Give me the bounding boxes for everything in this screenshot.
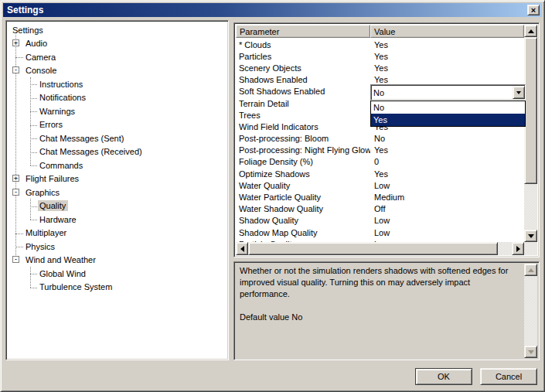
tree-connector [30, 111, 37, 112]
table-row[interactable]: Water Shadow QualityOff [236, 203, 524, 215]
param-cell: Trees [236, 111, 370, 120]
dropdown-option-no[interactable]: No [371, 101, 525, 114]
horizontal-scrollbar[interactable] [236, 242, 524, 255]
tree-connector [15, 57, 23, 58]
parameter-table: Parameter Value * CloudsYes ParticlesYes… [233, 22, 540, 257]
tree-connector [30, 152, 37, 153]
value-cell: Low [370, 181, 524, 190]
tree-item-settings[interactable]: Settings [6, 23, 228, 37]
tree-item-commands[interactable]: Commands [6, 159, 228, 172]
arrow-left-icon [240, 246, 244, 252]
value-cell: No [370, 134, 524, 143]
tree-connector [30, 220, 37, 220]
tree-connector [30, 274, 37, 274]
description-box: Whether or not the simulation renders sh… [233, 261, 540, 360]
ok-button[interactable]: OK [415, 368, 472, 385]
table-row[interactable]: Post-processing: Night Flying GlowYes [236, 145, 524, 156]
dropdown-option-yes[interactable]: Yes [371, 114, 525, 126]
tree-item-hardware[interactable]: Hardware [6, 213, 228, 227]
param-cell: Foliage Density (%) [236, 157, 370, 166]
tree-connector [30, 206, 37, 207]
close-icon: × [531, 6, 536, 14]
tree-item-quality[interactable]: Quality [6, 199, 228, 213]
arrow-up-icon [528, 29, 534, 33]
table-row[interactable]: Scenery ObjectsYes [236, 62, 524, 73]
tree-connector [15, 233, 23, 234]
tree-item-multiplayer[interactable]: Multiplayer [6, 227, 228, 240]
collapse-minus-icon[interactable]: - [12, 189, 19, 196]
scroll-down-button[interactable] [524, 230, 537, 242]
table-row[interactable]: Post-processing: BloomNo [236, 133, 524, 145]
value-cell: Yes [370, 145, 524, 155]
tree-item-instructions[interactable]: Instructions [6, 77, 228, 91]
scroll-up-button[interactable] [524, 25, 537, 37]
table-row[interactable]: Shadow Map QualityLow [236, 227, 524, 238]
collapse-minus-icon[interactable]: - [12, 66, 19, 73]
scroll-right-button[interactable] [512, 242, 524, 255]
param-cell: Post-processing: Bloom [236, 134, 370, 143]
table-row[interactable]: Water Particle QualityMedium [236, 191, 524, 203]
param-cell: Optimize Shadows [236, 169, 370, 179]
scrollbar-corner [524, 242, 537, 255]
table-rows: * CloudsYes ParticlesYes Scenery Objects… [236, 38, 524, 242]
settings-tree: Settings +Audio Camera -Console Instruct… [5, 20, 229, 360]
param-cell: Soft Shadows Enabled [236, 87, 370, 96]
tree-item-chat-messages-received[interactable]: Chat Messages (Received) [6, 145, 228, 159]
tree-item-notifications[interactable]: Notifications [6, 91, 228, 105]
tree-connector [30, 165, 37, 166]
tree-item-wind-and-weather[interactable]: -Wind and Weather [6, 254, 228, 268]
value-cell: Low [370, 228, 524, 237]
tree-item-flight-failures[interactable]: +Flight Failures [6, 172, 228, 186]
param-cell: Water Shadow Quality [236, 204, 370, 213]
param-cell: Terrain Detail [236, 99, 370, 108]
scrollbar-thumb[interactable] [248, 242, 498, 255]
tree-item-turbulence-system[interactable]: Turbulence System [6, 281, 228, 295]
scroll-up-button [524, 264, 537, 276]
close-button[interactable]: × [527, 5, 540, 15]
table-row[interactable]: * CloudsYes [236, 39, 524, 50]
tree-item-errors[interactable]: Errors [6, 118, 228, 132]
window-title: Settings [7, 5, 43, 15]
dropdown-arrow-icon [516, 91, 521, 94]
tree-item-warnings[interactable]: Warnings [6, 104, 228, 118]
expand-plus-icon[interactable]: + [12, 175, 19, 182]
scrollbar-thumb[interactable] [524, 37, 537, 184]
soft-shadows-combobox[interactable]: No [370, 84, 526, 101]
settings-dialog: Settings × Settings +Audio Camera -Conso… [0, 0, 545, 392]
tree-item-physics[interactable]: Physics [6, 240, 228, 254]
cancel-button[interactable]: Cancel [480, 368, 537, 385]
param-cell: Particles [236, 52, 370, 61]
scroll-down-button [524, 346, 537, 358]
table-row[interactable]: Water QualityLow [236, 179, 524, 191]
column-header-parameter[interactable]: Parameter [236, 25, 370, 38]
value-cell: Low [370, 216, 524, 225]
collapse-minus-icon[interactable]: - [12, 256, 19, 263]
tree-connector [30, 98, 37, 99]
titlebar[interactable]: Settings × [3, 3, 542, 17]
tree-item-camera[interactable]: Camera [6, 50, 228, 64]
vertical-scrollbar[interactable] [524, 25, 537, 242]
combobox-value: No [371, 88, 513, 97]
tree-item-console[interactable]: -Console [6, 64, 228, 78]
param-cell: * Clouds [236, 40, 370, 49]
scroll-left-button[interactable] [236, 242, 248, 255]
param-cell: Wind Field Indicators [236, 122, 370, 131]
arrow-up-icon [528, 268, 534, 272]
column-header-value[interactable]: Value [370, 25, 524, 38]
table-row[interactable]: Foliage Density (%)0 [236, 156, 524, 168]
param-cell: Scenery Objects [236, 63, 370, 73]
tree-connector [30, 288, 37, 288]
tree-content: Settings +Audio Camera -Console Instruct… [6, 21, 228, 294]
tree-item-global-wind[interactable]: Global Wind [6, 267, 228, 281]
tree-item-audio[interactable]: +Audio [6, 37, 228, 51]
combobox-dropdown-button[interactable] [513, 86, 525, 99]
table-row[interactable]: Optimize ShadowsYes [236, 168, 524, 179]
table-row[interactable]: ParticlesYes [236, 50, 524, 62]
expand-plus-icon[interactable]: + [12, 39, 19, 46]
tree-item-graphics[interactable]: -Graphics [6, 186, 228, 199]
value-cell: Yes [370, 169, 524, 179]
param-cell: Water Quality [236, 181, 370, 190]
table-row[interactable]: Shadow QualityLow [236, 215, 524, 227]
value-cell: Yes [370, 40, 524, 49]
tree-item-chat-messages-sent[interactable]: Chat Messages (Sent) [6, 131, 228, 145]
